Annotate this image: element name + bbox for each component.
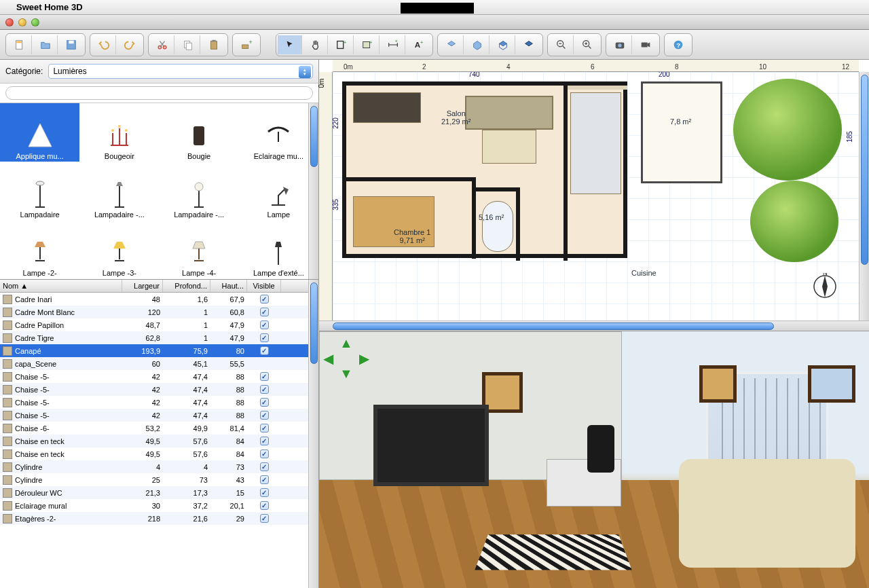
zoom-button[interactable] bbox=[31, 18, 39, 26]
catalog-item[interactable]: Lampe d'exté... bbox=[239, 220, 318, 278]
cell-visible[interactable] bbox=[247, 398, 281, 407]
table-row[interactable]: Chaise -5-4247,488 bbox=[0, 396, 318, 409]
catalog-item[interactable]: Lampe -2- bbox=[0, 220, 79, 278]
table-row[interactable]: Cadre Tigre62,8147,9 bbox=[0, 331, 318, 344]
app-name[interactable]: Sweet Home 3D bbox=[16, 2, 83, 12]
cell-depth: 37,2 bbox=[163, 502, 210, 510]
table-row[interactable]: Chaise -5-4247,488 bbox=[0, 409, 318, 422]
col-visible[interactable]: Visible bbox=[247, 280, 281, 292]
table-row[interactable]: Eclairage mural3037,220,1 bbox=[0, 499, 318, 512]
table-row[interactable]: Cadre Papillon48,7147,9 bbox=[0, 318, 318, 331]
cell-visible[interactable] bbox=[247, 424, 281, 433]
table-row[interactable]: Cylindre257343 bbox=[0, 473, 318, 486]
checkbox-checked-icon bbox=[260, 398, 269, 407]
cell-height: 47,9 bbox=[210, 321, 247, 329]
svg-text:+: + bbox=[249, 39, 253, 45]
category-select[interactable]: Lumières bbox=[48, 64, 313, 79]
add-furniture-button[interactable]: + bbox=[234, 35, 259, 54]
catalog-item[interactable]: Bougie bbox=[160, 103, 239, 162]
cell-visible[interactable] bbox=[247, 488, 281, 497]
zoom-out-button[interactable] bbox=[549, 35, 574, 54]
catalog-item[interactable]: Applique mu... bbox=[0, 103, 79, 162]
take-photo-button[interactable] bbox=[608, 35, 632, 54]
new-file-button[interactable] bbox=[7, 35, 32, 54]
save-file-button[interactable] bbox=[59, 35, 84, 54]
redo-button[interactable] bbox=[117, 35, 142, 54]
create-video-button[interactable] bbox=[633, 35, 658, 54]
table-row[interactable]: Etagères -2-21821,629 bbox=[0, 512, 318, 525]
table-row[interactable]: Chaise en teck49,557,684 bbox=[0, 447, 318, 460]
cell-visible[interactable] bbox=[247, 514, 281, 523]
table-row[interactable]: Canapé193,975,980 bbox=[0, 344, 318, 357]
table-row[interactable]: capa_Scene6045,155,5 bbox=[0, 357, 318, 370]
table-row[interactable]: Cylindre4473 bbox=[0, 460, 318, 473]
3d-view-observer-button[interactable] bbox=[517, 35, 541, 54]
open-file-button[interactable] bbox=[33, 35, 58, 54]
cell-visible[interactable] bbox=[247, 475, 281, 484]
cell-visible[interactable] bbox=[247, 449, 281, 458]
plan-view[interactable]: 0m 2 4 6 8 10 12 0m 740 200 220 335 185 bbox=[319, 60, 869, 331]
cell-visible[interactable] bbox=[247, 372, 281, 381]
3d-view-aerial-button[interactable] bbox=[491, 35, 515, 54]
cell-visible[interactable] bbox=[247, 385, 281, 394]
checkbox-checked-icon bbox=[260, 372, 269, 381]
help-button[interactable]: ? bbox=[666, 35, 690, 54]
cell-depth: 1,6 bbox=[163, 295, 210, 304]
cell-visible[interactable] bbox=[247, 501, 281, 510]
table-header[interactable]: Nom ▲ Largeur Profond... Haut... Visible bbox=[0, 280, 318, 293]
cell-visible[interactable] bbox=[247, 320, 281, 329]
catalog-item[interactable]: Lampe -4- bbox=[160, 220, 239, 278]
catalog-item[interactable]: Lampe -3- bbox=[79, 220, 159, 278]
col-height[interactable]: Haut... bbox=[210, 280, 247, 292]
cell-visible[interactable] bbox=[247, 308, 281, 316]
catalog-item[interactable]: Lampadaire -... bbox=[79, 162, 159, 220]
catalog-search-input[interactable] bbox=[5, 86, 313, 100]
undo-button[interactable] bbox=[92, 35, 116, 54]
col-depth[interactable]: Profond... bbox=[163, 280, 210, 292]
catalog-item[interactable]: Bougeoir bbox=[79, 103, 159, 162]
cell-visible[interactable] bbox=[247, 333, 281, 342]
table-row[interactable]: Chaise -5-4247,488 bbox=[0, 383, 318, 396]
table-row[interactable]: Dérouleur WC21,317,315 bbox=[0, 486, 318, 499]
add-text-button[interactable]: A+ bbox=[407, 35, 431, 54]
pan-tool-button[interactable] bbox=[303, 35, 328, 54]
catalog-item[interactable]: Lampadaire bbox=[0, 162, 79, 220]
window-titlebar[interactable] bbox=[0, 15, 869, 30]
catalog-item[interactable]: Lampadaire -... bbox=[160, 162, 239, 220]
table-row[interactable]: Cadre Mont Blanc120160,8 bbox=[0, 306, 318, 318]
table-row[interactable]: Chaise -6-53,249,981,4 bbox=[0, 422, 318, 435]
table-scrollbar[interactable] bbox=[308, 280, 318, 588]
mac-menubar: Sweet Home 3D bbox=[0, 0, 869, 15]
cylinder-dark-icon bbox=[182, 118, 216, 152]
catalog-item[interactable]: Lampe bbox=[239, 162, 318, 220]
col-width[interactable]: Largeur bbox=[122, 280, 163, 292]
minimize-button[interactable] bbox=[18, 18, 26, 26]
table-row[interactable]: Cadre Inari481,667,9 bbox=[0, 293, 318, 306]
select-tool-button[interactable] bbox=[278, 35, 302, 54]
3d-view-virtual-button[interactable] bbox=[465, 35, 489, 54]
plan-vscrollbar[interactable] bbox=[859, 72, 869, 320]
create-dimensions-button[interactable]: + bbox=[381, 35, 405, 54]
cut-button[interactable] bbox=[150, 35, 174, 54]
cell-visible[interactable] bbox=[247, 411, 281, 420]
cell-visible[interactable] bbox=[247, 462, 281, 471]
table-row[interactable]: Chaise en teck49,557,684 bbox=[0, 435, 318, 447]
paste-button[interactable] bbox=[202, 35, 226, 54]
cell-visible[interactable] bbox=[247, 437, 281, 445]
catalog-item[interactable]: Eclairage mu... bbox=[239, 103, 318, 162]
3d-view-top-button[interactable] bbox=[439, 35, 464, 54]
copy-button[interactable] bbox=[176, 35, 200, 54]
3d-view[interactable]: ▲ ▼ ◀ ▶ bbox=[319, 331, 869, 588]
nav-3d-control[interactable]: ▲ ▼ ◀ ▶ bbox=[326, 338, 367, 379]
plan-hscrollbar[interactable] bbox=[319, 320, 869, 331]
col-name[interactable]: Nom ▲ bbox=[0, 280, 122, 292]
create-walls-button[interactable]: + bbox=[329, 35, 354, 54]
close-button[interactable] bbox=[5, 18, 14, 26]
table-row[interactable]: Chaise -5-4247,488 bbox=[0, 370, 318, 383]
create-rooms-button[interactable]: + bbox=[355, 35, 380, 54]
plan-canvas[interactable]: 740 200 220 335 185 bbox=[333, 72, 859, 320]
catalog-scrollbar[interactable] bbox=[308, 103, 318, 279]
cell-visible[interactable] bbox=[247, 346, 281, 355]
cell-visible[interactable] bbox=[247, 295, 281, 304]
zoom-in-button[interactable] bbox=[575, 35, 599, 54]
